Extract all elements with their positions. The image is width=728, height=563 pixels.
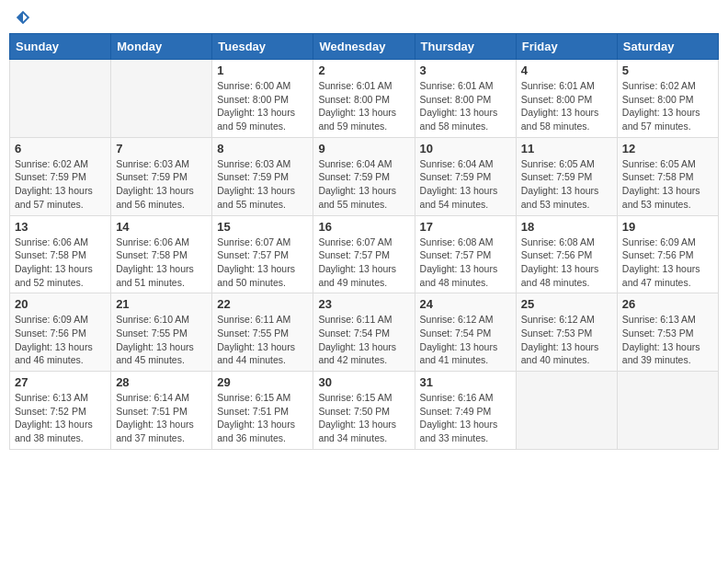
day-info: Sunrise: 6:10 AM Sunset: 7:55 PM Dayligh… [116,313,207,367]
day-number: 19 [622,220,713,234]
calendar-cell: 5Sunrise: 6:02 AM Sunset: 8:00 PM Daylig… [617,60,718,138]
calendar-cell: 26Sunrise: 6:13 AM Sunset: 7:53 PM Dayli… [617,293,718,372]
day-info: Sunrise: 6:11 AM Sunset: 7:54 PM Dayligh… [318,313,409,367]
calendar-cell: 3Sunrise: 6:01 AM Sunset: 8:00 PM Daylig… [415,60,516,138]
day-info: Sunrise: 6:12 AM Sunset: 7:53 PM Dayligh… [521,313,612,367]
calendar-cell: 27Sunrise: 6:13 AM Sunset: 7:52 PM Dayli… [10,372,111,450]
day-info: Sunrise: 6:15 AM Sunset: 7:51 PM Dayligh… [217,391,308,445]
calendar-cell: 24Sunrise: 6:12 AM Sunset: 7:54 PM Dayli… [415,293,516,372]
calendar-cell: 25Sunrise: 6:12 AM Sunset: 7:53 PM Dayli… [516,293,617,372]
calendar-cell: 18Sunrise: 6:08 AM Sunset: 7:56 PM Dayli… [516,215,617,293]
day-info: Sunrise: 6:01 AM Sunset: 8:00 PM Dayligh… [521,79,612,133]
day-info: Sunrise: 6:08 AM Sunset: 7:56 PM Dayligh… [521,236,612,290]
calendar-cell: 23Sunrise: 6:11 AM Sunset: 7:54 PM Dayli… [313,293,415,372]
calendar-cell: 30Sunrise: 6:15 AM Sunset: 7:50 PM Dayli… [313,372,415,450]
calendar-cell: 8Sunrise: 6:03 AM Sunset: 7:59 PM Daylig… [212,137,313,215]
day-number: 6 [15,142,106,155]
logo-icon [15,9,31,26]
calendar-header-row: SundayMondayTuesdayWednesdayThursdayFrid… [10,34,719,60]
week-row-2: 6Sunrise: 6:02 AM Sunset: 7:59 PM Daylig… [10,137,719,215]
day-number: 20 [15,297,106,311]
day-info: Sunrise: 6:06 AM Sunset: 7:58 PM Dayligh… [116,236,207,290]
calendar-cell: 16Sunrise: 6:07 AM Sunset: 7:57 PM Dayli… [313,215,415,293]
week-row-4: 20Sunrise: 6:09 AM Sunset: 7:56 PM Dayli… [10,293,719,372]
day-number: 14 [116,220,207,234]
day-info: Sunrise: 6:08 AM Sunset: 7:57 PM Dayligh… [420,236,511,290]
day-number: 18 [521,220,612,234]
calendar-cell: 19Sunrise: 6:09 AM Sunset: 7:56 PM Dayli… [617,215,718,293]
day-info: Sunrise: 6:04 AM Sunset: 7:59 PM Dayligh… [420,157,511,212]
day-number: 7 [116,142,207,155]
day-number: 29 [217,375,308,389]
day-number: 31 [420,375,511,389]
calendar-cell: 7Sunrise: 6:03 AM Sunset: 7:59 PM Daylig… [111,137,212,215]
day-number: 22 [217,297,308,311]
day-info: Sunrise: 6:01 AM Sunset: 8:00 PM Dayligh… [420,79,511,133]
day-number: 15 [217,220,308,234]
day-number: 5 [622,63,713,77]
calendar-cell: 21Sunrise: 6:10 AM Sunset: 7:55 PM Dayli… [111,293,212,372]
day-info: Sunrise: 6:09 AM Sunset: 7:56 PM Dayligh… [622,236,713,290]
week-row-3: 13Sunrise: 6:06 AM Sunset: 7:58 PM Dayli… [10,215,719,293]
day-info: Sunrise: 6:07 AM Sunset: 7:57 PM Dayligh… [318,236,409,290]
calendar-cell: 11Sunrise: 6:05 AM Sunset: 7:59 PM Dayli… [516,137,617,215]
day-info: Sunrise: 6:00 AM Sunset: 8:00 PM Dayligh… [217,79,308,133]
calendar-cell [516,372,617,450]
calendar-cell: 9Sunrise: 6:04 AM Sunset: 7:59 PM Daylig… [313,137,415,215]
day-number: 13 [15,220,106,234]
calendar-cell: 31Sunrise: 6:16 AM Sunset: 7:49 PM Dayli… [415,372,516,450]
day-number: 9 [318,142,409,155]
page-header [9,9,719,26]
day-info: Sunrise: 6:05 AM Sunset: 7:59 PM Dayligh… [521,157,612,212]
calendar-cell: 1Sunrise: 6:00 AM Sunset: 8:00 PM Daylig… [212,60,313,138]
day-info: Sunrise: 6:01 AM Sunset: 8:00 PM Dayligh… [318,79,409,133]
day-number: 30 [318,375,409,389]
day-number: 16 [318,220,409,234]
calendar-cell: 15Sunrise: 6:07 AM Sunset: 7:57 PM Dayli… [212,215,313,293]
day-number: 12 [622,142,713,155]
calendar-table: SundayMondayTuesdayWednesdayThursdayFrid… [9,33,719,450]
calendar-cell: 14Sunrise: 6:06 AM Sunset: 7:58 PM Dayli… [111,215,212,293]
day-header-saturday: Saturday [617,34,718,60]
day-info: Sunrise: 6:02 AM Sunset: 8:00 PM Dayligh… [622,79,713,133]
calendar-cell: 10Sunrise: 6:04 AM Sunset: 7:59 PM Dayli… [415,137,516,215]
day-number: 2 [318,63,409,77]
calendar-cell: 13Sunrise: 6:06 AM Sunset: 7:58 PM Dayli… [10,215,111,293]
calendar-cell [617,372,718,450]
day-header-monday: Monday [111,34,212,60]
day-number: 10 [420,142,511,155]
day-number: 28 [116,375,207,389]
day-number: 24 [420,297,511,311]
day-number: 8 [217,142,308,155]
logo [13,9,31,26]
day-header-tuesday: Tuesday [212,34,313,60]
day-number: 25 [521,297,612,311]
calendar-cell: 6Sunrise: 6:02 AM Sunset: 7:59 PM Daylig… [10,137,111,215]
day-info: Sunrise: 6:02 AM Sunset: 7:59 PM Dayligh… [15,157,106,212]
day-info: Sunrise: 6:06 AM Sunset: 7:58 PM Dayligh… [15,236,106,290]
calendar-cell: 29Sunrise: 6:15 AM Sunset: 7:51 PM Dayli… [212,372,313,450]
calendar-cell [111,60,212,138]
day-header-wednesday: Wednesday [313,34,415,60]
week-row-1: 1Sunrise: 6:00 AM Sunset: 8:00 PM Daylig… [10,60,719,138]
calendar-cell: 4Sunrise: 6:01 AM Sunset: 8:00 PM Daylig… [516,60,617,138]
day-number: 23 [318,297,409,311]
day-info: Sunrise: 6:13 AM Sunset: 7:52 PM Dayligh… [15,391,106,445]
day-info: Sunrise: 6:09 AM Sunset: 7:56 PM Dayligh… [15,313,106,367]
day-number: 27 [15,375,106,389]
day-info: Sunrise: 6:04 AM Sunset: 7:59 PM Dayligh… [318,157,409,212]
day-info: Sunrise: 6:05 AM Sunset: 7:58 PM Dayligh… [622,157,713,212]
day-info: Sunrise: 6:12 AM Sunset: 7:54 PM Dayligh… [420,313,511,367]
calendar-cell: 17Sunrise: 6:08 AM Sunset: 7:57 PM Dayli… [415,215,516,293]
calendar-cell: 2Sunrise: 6:01 AM Sunset: 8:00 PM Daylig… [313,60,415,138]
day-info: Sunrise: 6:11 AM Sunset: 7:55 PM Dayligh… [217,313,308,367]
day-number: 1 [217,63,308,77]
day-info: Sunrise: 6:13 AM Sunset: 7:53 PM Dayligh… [622,313,713,367]
calendar-cell [10,60,111,138]
day-info: Sunrise: 6:07 AM Sunset: 7:57 PM Dayligh… [217,236,308,290]
calendar-cell: 20Sunrise: 6:09 AM Sunset: 7:56 PM Dayli… [10,293,111,372]
day-header-sunday: Sunday [10,34,111,60]
day-info: Sunrise: 6:14 AM Sunset: 7:51 PM Dayligh… [116,391,207,445]
day-number: 21 [116,297,207,311]
day-number: 3 [420,63,511,77]
